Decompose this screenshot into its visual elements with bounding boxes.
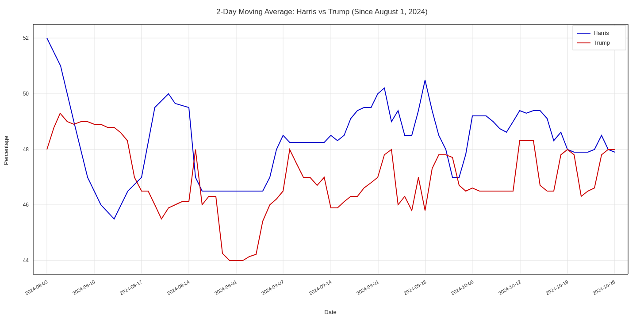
harris-legend-label: Harris <box>594 30 609 36</box>
y-tick-52: 52 <box>23 35 29 41</box>
trump-legend-label: Trump <box>594 39 610 46</box>
y-tick-50: 50 <box>23 91 29 97</box>
svg-rect-0 <box>0 0 644 322</box>
y-tick-48: 48 <box>23 146 29 153</box>
y-axis-label: Percentage <box>3 136 9 165</box>
x-axis-label: Date <box>324 309 336 315</box>
chart-title: 2-Day Moving Average: Harris vs Trump (S… <box>216 8 428 16</box>
y-tick-46: 46 <box>23 202 29 208</box>
chart-container: 2-Day Moving Average: Harris vs Trump (S… <box>0 0 644 322</box>
y-tick-44: 44 <box>23 257 29 264</box>
